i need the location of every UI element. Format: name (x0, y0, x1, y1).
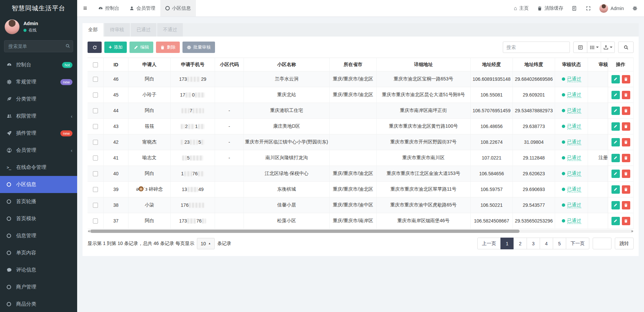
edit-row-button[interactable] (611, 138, 620, 146)
add-button[interactable]: + 添加 (104, 42, 127, 53)
user-menu[interactable]: Admin (595, 0, 628, 16)
page-button-5[interactable]: 5 (553, 238, 566, 249)
page-size-select[interactable]: 10 ▲ (197, 238, 215, 249)
sidebar-item-info-manage[interactable]: 信息管理 (0, 227, 77, 244)
status-link[interactable]: 已通过 (567, 108, 581, 114)
delete-row-button[interactable] (622, 217, 630, 225)
row-checkbox[interactable] (93, 124, 98, 129)
sidebar-item-category[interactable]: 分类管理 (0, 90, 77, 108)
jump-page-input[interactable] (593, 238, 611, 249)
sidebar-item-merchant[interactable]: 商户管理 (0, 278, 77, 296)
delete-row-button[interactable] (622, 75, 630, 83)
tab-all[interactable]: 全部 (83, 23, 103, 37)
row-checkbox[interactable] (93, 77, 98, 82)
edit-row-button[interactable] (611, 170, 620, 178)
delete-row-button[interactable] (622, 170, 630, 178)
tab-passed[interactable]: 已通过 (131, 23, 156, 37)
sidebar-item-community-info[interactable]: 小区信息 (0, 176, 77, 193)
topnav-item-dashboard[interactable]: 控制台 (93, 0, 124, 16)
tab-pending[interactable]: 待审核 (104, 23, 130, 37)
fullscreen-button[interactable] (582, 0, 595, 16)
prev-page-button[interactable]: 上一页 (477, 238, 501, 249)
delete-button[interactable]: 删除 (156, 42, 180, 53)
status-link[interactable]: 已通过 (567, 92, 581, 98)
sidebar-item-auth[interactable]: 权限管理‹ (0, 108, 77, 125)
table-search-input[interactable] (503, 42, 570, 53)
export-button[interactable] (601, 42, 615, 53)
home-link[interactable]: ⌂ 主页 (509, 0, 533, 16)
page-button-4[interactable]: 4 (540, 238, 553, 249)
status-dot-icon (562, 172, 565, 175)
page-button-3[interactable]: 3 (527, 238, 540, 249)
cell-status: 已通过 (555, 213, 588, 229)
clear-cache-button[interactable]: 清除缓存 (533, 0, 568, 16)
sidebar-item-goods-category[interactable]: 商品分类 (0, 296, 77, 312)
sidebar-item-addon[interactable]: 插件管理new (0, 125, 77, 142)
trash-icon (624, 219, 628, 223)
delete-row-button[interactable] (622, 91, 630, 99)
cell-lat: 29.543577 (513, 197, 555, 213)
status-link[interactable]: 已通过 (567, 76, 581, 82)
cell-region (330, 134, 377, 150)
status-link[interactable]: 已通过 (567, 123, 581, 129)
row-checkbox[interactable] (93, 187, 98, 192)
status-link[interactable]: 已通过 (567, 139, 581, 145)
sidebar-item-general[interactable]: 常规管理new (0, 73, 77, 90)
edit-row-button[interactable] (611, 154, 620, 162)
edit-row-button[interactable] (611, 91, 620, 99)
edit-row-button[interactable] (611, 75, 620, 83)
status-link[interactable]: 已通过 (567, 171, 581, 177)
sidebar-item-home-banner[interactable]: 首页轮播 (0, 193, 77, 210)
sidebar-toggle-button[interactable]: ≡ (77, 0, 93, 16)
delete-row-button[interactable] (622, 122, 630, 131)
next-page-button[interactable]: 下一页 (566, 238, 589, 249)
edit-row-button[interactable] (611, 185, 620, 194)
row-checkbox[interactable] (93, 92, 98, 98)
row-checkbox[interactable] (93, 219, 98, 224)
settings-button[interactable] (628, 0, 644, 16)
edit-row-button[interactable] (611, 201, 620, 209)
delete-row-button[interactable] (622, 185, 630, 194)
sidebar-item-dashboard[interactable]: 控制台hot (0, 56, 77, 73)
sidebar-item-online-command[interactable]: >_在线命令管理 (0, 159, 77, 176)
status-link[interactable]: 已通过 (567, 186, 581, 192)
menu-search-input[interactable] (4, 40, 73, 52)
translate-button[interactable] (568, 0, 582, 16)
select-all-checkbox[interactable] (93, 62, 98, 67)
batch-audit-button[interactable]: 批量审核 (182, 42, 215, 53)
row-checkbox[interactable] (93, 108, 98, 113)
status-dot-icon (562, 188, 565, 191)
edit-row-button[interactable] (611, 122, 620, 131)
page-button-2[interactable]: 2 (514, 238, 527, 249)
topnav-item-member[interactable]: 会员管理 (124, 0, 160, 16)
sidebar-item-comment-info[interactable]: 评论信息 (0, 261, 77, 278)
refresh-button[interactable] (88, 42, 102, 53)
sidebar-item-member[interactable]: 会员管理‹ (0, 142, 77, 159)
status-link[interactable]: 已通过 (567, 218, 581, 224)
columns-button[interactable] (587, 42, 601, 53)
jump-button[interactable]: 跳转 (615, 238, 634, 249)
edit-button[interactable]: 编辑 (129, 42, 153, 53)
detail-view-button[interactable] (573, 42, 587, 53)
sidebar-item-single-page[interactable]: 单页内容 (0, 244, 77, 261)
horizontal-scrollbar[interactable] (88, 230, 634, 233)
delete-row-button[interactable] (622, 201, 630, 209)
delete-row-button[interactable] (622, 107, 630, 115)
delete-row-button[interactable] (622, 138, 630, 146)
row-checkbox[interactable] (93, 140, 98, 145)
scrollbar-thumb[interactable] (90, 230, 520, 233)
row-checkbox[interactable] (93, 171, 98, 176)
row-checkbox[interactable] (93, 155, 98, 161)
sidebar-item-home-module[interactable]: 首页模块 (0, 210, 77, 227)
status-link[interactable]: 已通过 (567, 202, 581, 208)
scroll-left-icon (88, 230, 90, 232)
search-button[interactable] (618, 42, 634, 53)
delete-row-button[interactable] (622, 154, 630, 162)
topnav-item-community-info[interactable]: 小区信息 (160, 0, 196, 16)
status-link[interactable]: 已通过 (567, 155, 581, 161)
page-button-1[interactable]: 1 (500, 238, 514, 249)
tab-failed[interactable]: 不通过 (157, 23, 183, 37)
row-checkbox[interactable] (93, 203, 98, 208)
edit-row-button[interactable] (611, 107, 620, 115)
edit-row-button[interactable] (611, 217, 620, 225)
